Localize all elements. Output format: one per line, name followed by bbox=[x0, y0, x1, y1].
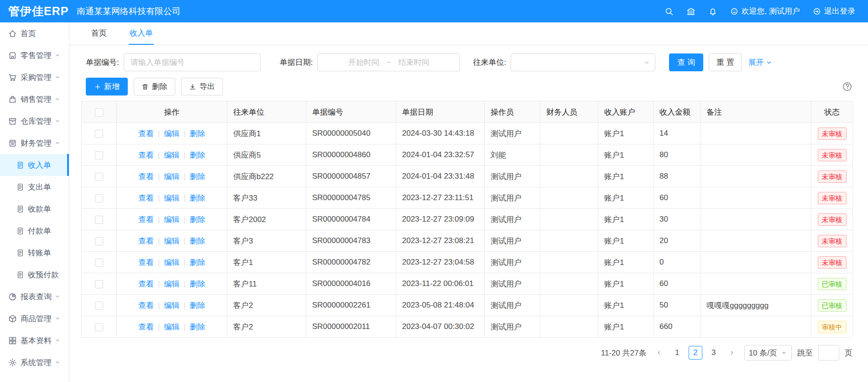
link-separator: | bbox=[184, 280, 186, 288]
cell-partner: 供应商5 bbox=[227, 144, 306, 166]
sidebar-item-transfer-bill[interactable]: 转账单 bbox=[0, 242, 69, 264]
delete-link[interactable]: 删除 bbox=[190, 323, 205, 331]
delete-link[interactable]: 删除 bbox=[190, 258, 205, 267]
row-checkbox[interactable] bbox=[95, 259, 103, 267]
cell-status: 未审核 bbox=[811, 144, 853, 166]
link-separator: | bbox=[184, 258, 186, 267]
sidebar-item-purchase[interactable]: 采购管理 bbox=[0, 66, 69, 88]
view-link[interactable]: 查看 bbox=[138, 258, 154, 267]
row-checkbox[interactable] bbox=[95, 237, 103, 245]
search-icon[interactable] bbox=[664, 7, 674, 16]
delete-link[interactable]: 删除 bbox=[190, 301, 205, 310]
chevron-down-icon bbox=[54, 96, 61, 102]
bill-no-input[interactable] bbox=[124, 53, 261, 71]
row-checkbox[interactable] bbox=[95, 130, 103, 138]
row-checkbox[interactable] bbox=[95, 151, 103, 159]
edit-link[interactable]: 编辑 bbox=[164, 280, 180, 288]
edit-link[interactable]: 编辑 bbox=[164, 172, 180, 181]
sidebar-nav: 首页零售管理采购管理销售管理仓库管理财务管理收入单支出单收款单付款单转账单收预付… bbox=[0, 22, 69, 373]
column-header: 财务人员 bbox=[540, 101, 598, 123]
delete-link[interactable]: 删除 bbox=[190, 172, 205, 181]
view-link[interactable]: 查看 bbox=[138, 237, 154, 245]
sidebar-item-reports[interactable]: 报表查询 bbox=[0, 286, 69, 308]
bank-icon[interactable] bbox=[686, 7, 695, 16]
tab-income-bill[interactable]: 收入单 bbox=[129, 22, 154, 45]
page-size-select[interactable]: 10 条/页 bbox=[744, 345, 792, 361]
trash-icon bbox=[141, 83, 149, 90]
link-separator: | bbox=[158, 215, 160, 224]
view-link[interactable]: 查看 bbox=[138, 215, 154, 224]
row-checkbox[interactable] bbox=[95, 216, 103, 224]
view-link[interactable]: 查看 bbox=[138, 323, 154, 331]
partner-select[interactable] bbox=[511, 53, 655, 71]
chevron-down-icon bbox=[765, 59, 773, 66]
link-separator: | bbox=[158, 129, 160, 138]
link-separator: | bbox=[158, 258, 160, 267]
delete-link[interactable]: 删除 bbox=[190, 151, 205, 159]
view-link[interactable]: 查看 bbox=[138, 280, 154, 288]
help-icon[interactable] bbox=[842, 81, 852, 92]
status-badge: 未审核 bbox=[818, 127, 847, 140]
logout-button[interactable]: 退出登录 bbox=[813, 6, 855, 16]
cell-date: 2023-12-27 23:09:09 bbox=[396, 209, 485, 230]
reset-button[interactable]: 重 置 bbox=[709, 53, 742, 71]
bell-icon[interactable] bbox=[708, 7, 717, 16]
sidebar-item-payment-bill[interactable]: 付款单 bbox=[0, 220, 69, 242]
view-link[interactable]: 查看 bbox=[138, 151, 154, 159]
edit-link[interactable]: 编辑 bbox=[164, 129, 180, 138]
page-button-3[interactable]: 3 bbox=[707, 346, 721, 360]
select-all-checkbox[interactable] bbox=[95, 108, 103, 117]
sidebar-item-finance[interactable]: 财务管理 bbox=[0, 132, 69, 154]
sidebar-item-warehouse[interactable]: 仓库管理 bbox=[0, 110, 69, 132]
sidebar-item-expense-bill[interactable]: 支出单 bbox=[0, 176, 69, 198]
page-button-2[interactable]: 2 bbox=[689, 346, 702, 360]
edit-link[interactable]: 编辑 bbox=[164, 151, 180, 159]
row-checkbox[interactable] bbox=[95, 280, 103, 288]
export-button[interactable]: 导出 bbox=[181, 78, 223, 96]
delete-link[interactable]: 删除 bbox=[190, 215, 205, 224]
view-link[interactable]: 查看 bbox=[138, 301, 154, 310]
chevron-down-icon bbox=[54, 337, 61, 344]
add-button[interactable]: 新增 bbox=[86, 78, 128, 96]
tab-home[interactable]: 首页 bbox=[90, 22, 108, 45]
cell-partner: 客户11 bbox=[227, 273, 306, 295]
row-checkbox[interactable] bbox=[95, 194, 103, 202]
edit-link[interactable]: 编辑 bbox=[164, 301, 180, 310]
delete-button[interactable]: 删除 bbox=[134, 78, 175, 96]
next-page-button[interactable] bbox=[725, 346, 739, 360]
sidebar-item-income-bill[interactable]: 收入单 bbox=[0, 154, 69, 176]
welcome-user[interactable]: 欢迎您, 测试用户 bbox=[730, 6, 800, 16]
page-button-1[interactable]: 1 bbox=[670, 346, 684, 360]
delete-link[interactable]: 删除 bbox=[190, 194, 205, 202]
prev-page-button[interactable] bbox=[652, 346, 666, 360]
view-link[interactable]: 查看 bbox=[138, 129, 154, 138]
sidebar-item-goods[interactable]: 商品管理 bbox=[0, 308, 69, 329]
link-separator: | bbox=[158, 323, 160, 331]
edit-link[interactable]: 编辑 bbox=[164, 323, 180, 331]
row-checkbox[interactable] bbox=[95, 323, 103, 331]
expand-link[interactable]: 展开 bbox=[748, 57, 773, 68]
view-link[interactable]: 查看 bbox=[138, 172, 154, 181]
sidebar-item-sales[interactable]: 销售管理 bbox=[0, 88, 69, 110]
cell-bill_no: SR00000004857 bbox=[306, 166, 396, 187]
sidebar-item-retail[interactable]: 零售管理 bbox=[0, 44, 69, 66]
jump-input[interactable] bbox=[818, 345, 839, 361]
edit-link[interactable]: 编辑 bbox=[164, 258, 180, 267]
sidebar-item-basedata[interactable]: 基本资料 bbox=[0, 329, 69, 351]
sidebar-item-advance-bill[interactable]: 收预付款 bbox=[0, 264, 69, 286]
cell-finance_staff bbox=[540, 273, 598, 295]
row-checkbox[interactable] bbox=[95, 302, 103, 310]
sidebar-item-system[interactable]: 系统管理 bbox=[0, 351, 69, 373]
edit-link[interactable]: 编辑 bbox=[164, 194, 180, 202]
edit-link[interactable]: 编辑 bbox=[164, 215, 180, 224]
view-link[interactable]: 查看 bbox=[138, 194, 154, 202]
delete-link[interactable]: 删除 bbox=[190, 237, 205, 245]
edit-link[interactable]: 编辑 bbox=[164, 237, 180, 245]
search-button[interactable]: 查 询 bbox=[669, 53, 703, 71]
sidebar-item-receipt-bill[interactable]: 收款单 bbox=[0, 198, 69, 220]
delete-link[interactable]: 删除 bbox=[190, 129, 205, 138]
sidebar-item-home[interactable]: 首页 bbox=[0, 22, 69, 44]
date-range-input[interactable]: 开始时间 ~ 结束时间 bbox=[317, 53, 460, 71]
delete-link[interactable]: 删除 bbox=[190, 280, 205, 288]
row-checkbox[interactable] bbox=[95, 173, 103, 181]
